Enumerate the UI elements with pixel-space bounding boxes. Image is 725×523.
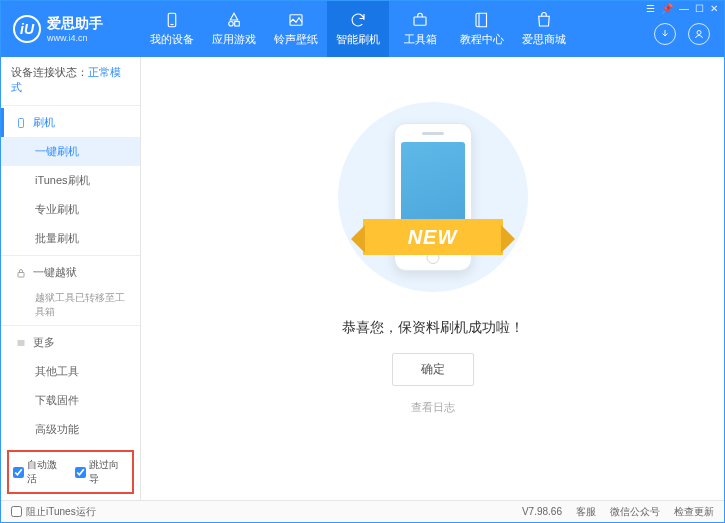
nav-label: 爱思商城 [522, 32, 566, 47]
sidebar-item-pro[interactable]: 专业刷机 [1, 195, 140, 224]
svg-rect-5 [414, 17, 426, 25]
sidebar-checkboxes: 自动激活 跳过向导 [7, 450, 134, 494]
app-body: 设备连接状态：正常模式 刷机 一键刷机 iTunes刷机 专业刷机 批量刷机 一… [1, 57, 724, 500]
svg-point-2 [229, 22, 234, 27]
checkbox-skip-guide[interactable]: 跳过向导 [75, 458, 129, 486]
wechat-link[interactable]: 微信公众号 [610, 505, 660, 519]
nav-ringtones[interactable]: 铃声壁纸 [265, 1, 327, 57]
view-log-link[interactable]: 查看日志 [411, 400, 455, 415]
section-title: 刷机 [33, 115, 55, 130]
nav-label: 教程中心 [460, 32, 504, 47]
footer-right: V7.98.66 客服 微信公众号 检查更新 [522, 505, 714, 519]
store-icon [535, 11, 553, 29]
nav-store[interactable]: 爱思商城 [513, 1, 575, 57]
sidebar: 设备连接状态：正常模式 刷机 一键刷机 iTunes刷机 专业刷机 批量刷机 一… [1, 57, 141, 500]
logo-icon: iU [13, 15, 41, 43]
nav-label: 铃声壁纸 [274, 32, 318, 47]
lock-icon [15, 267, 27, 279]
sidebar-item-oneclick[interactable]: 一键刷机 [1, 137, 140, 166]
svg-rect-9 [18, 272, 24, 277]
nav-apps[interactable]: 应用游戏 [203, 1, 265, 57]
pin-icon[interactable]: 📌 [661, 3, 673, 14]
new-ribbon: NEW [363, 219, 503, 255]
nav-toolbox[interactable]: 工具箱 [389, 1, 451, 57]
checkbox-auto-activate[interactable]: 自动激活 [13, 458, 67, 486]
nav-tutorials[interactable]: 教程中心 [451, 1, 513, 57]
phone-icon [15, 117, 27, 129]
phone-icon [163, 11, 181, 29]
maximize-icon[interactable]: ☐ [695, 3, 704, 14]
wallpaper-icon [287, 11, 305, 29]
checkbox-label: 阻止iTunes运行 [26, 505, 96, 519]
section-title: 一键越狱 [33, 265, 77, 280]
nav-label: 我的设备 [150, 32, 194, 47]
more-icon [15, 337, 27, 349]
conn-label: 设备连接状态： [11, 66, 88, 78]
toolbox-icon [411, 11, 429, 29]
user-controls [654, 23, 710, 45]
nav-my-device[interactable]: 我的设备 [141, 1, 203, 57]
app-header: iU 爱思助手 www.i4.cn 我的设备 应用游戏 铃声壁纸 智能刷机 工具… [1, 1, 724, 57]
svg-rect-3 [235, 22, 240, 27]
nav-flash[interactable]: 智能刷机 [327, 1, 389, 57]
window-controls: ☰ 📌 — ☐ ✕ [646, 3, 718, 14]
svg-rect-8 [19, 118, 24, 127]
sidebar-item-advanced[interactable]: 高级功能 [1, 415, 140, 444]
checkbox-input[interactable] [11, 506, 22, 517]
sidebar-section-jailbreak[interactable]: 一键越狱 [1, 258, 140, 287]
minimize-icon[interactable]: — [679, 3, 689, 14]
check-update-link[interactable]: 检查更新 [674, 505, 714, 519]
customer-service-link[interactable]: 客服 [576, 505, 596, 519]
block-itunes-checkbox[interactable]: 阻止iTunes运行 [11, 505, 96, 519]
checkbox-input[interactable] [13, 467, 24, 478]
sidebar-item-other[interactable]: 其他工具 [1, 357, 140, 386]
sidebar-item-firmware[interactable]: 下载固件 [1, 386, 140, 415]
brand-name: 爱思助手 [47, 15, 103, 33]
nav-label: 工具箱 [404, 32, 437, 47]
close-icon[interactable]: ✕ [710, 3, 718, 14]
success-illustration: NEW [333, 97, 533, 297]
menu-icon[interactable]: ☰ [646, 3, 655, 14]
refresh-icon [349, 11, 367, 29]
sidebar-section-flash[interactable]: 刷机 [1, 108, 140, 137]
sidebar-section-more[interactable]: 更多 [1, 328, 140, 357]
status-bar: 阻止iTunes运行 V7.98.66 客服 微信公众号 检查更新 [1, 500, 724, 522]
brand-text: 爱思助手 www.i4.cn [47, 15, 103, 43]
success-message: 恭喜您，保资料刷机成功啦！ [342, 319, 524, 337]
top-nav: 我的设备 应用游戏 铃声壁纸 智能刷机 工具箱 教程中心 爱思商城 [141, 1, 724, 57]
connection-status: 设备连接状态：正常模式 [1, 57, 140, 103]
main-content: NEW 恭喜您，保资料刷机成功啦！ 确定 查看日志 [141, 57, 724, 500]
nav-label: 应用游戏 [212, 32, 256, 47]
book-icon [473, 11, 491, 29]
svg-point-7 [697, 31, 701, 35]
confirm-button[interactable]: 确定 [392, 353, 474, 386]
jailbreak-note: 越狱工具已转移至工具箱 [1, 287, 140, 323]
download-icon[interactable] [654, 23, 676, 45]
user-icon[interactable] [688, 23, 710, 45]
brand-url: www.i4.cn [47, 33, 103, 43]
sidebar-item-itunes[interactable]: iTunes刷机 [1, 166, 140, 195]
sidebar-item-batch[interactable]: 批量刷机 [1, 224, 140, 253]
version-label: V7.98.66 [522, 506, 562, 517]
logo-section: iU 爱思助手 www.i4.cn [1, 15, 141, 43]
checkbox-label: 跳过向导 [89, 458, 129, 486]
section-title: 更多 [33, 335, 55, 350]
checkbox-label: 自动激活 [27, 458, 67, 486]
nav-label: 智能刷机 [336, 32, 380, 47]
apps-icon [225, 11, 243, 29]
checkbox-input[interactable] [75, 467, 86, 478]
